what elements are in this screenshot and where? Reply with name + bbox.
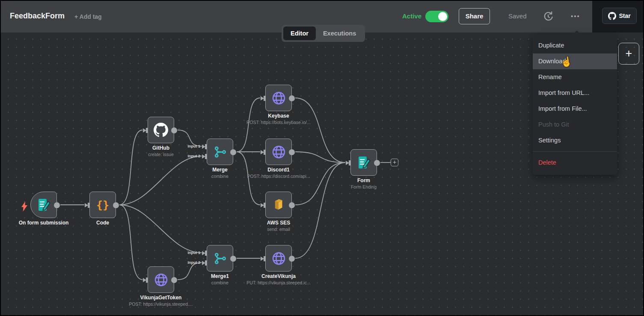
trigger-bolt-icon (21, 201, 27, 213)
node-trigger[interactable]: On form submission (30, 192, 57, 218)
node-label: KeybasePOST: https://bots.keybase.io/... (246, 113, 310, 125)
output-port[interactable] (230, 256, 236, 262)
globe-icon (271, 251, 287, 266)
node-name: VikunjaGetToken (129, 295, 193, 301)
active-toggle[interactable] (425, 11, 448, 22)
globe-icon (271, 90, 287, 106)
input-port[interactable] (261, 256, 266, 261)
node-label: FormForm Ending (351, 177, 377, 189)
add-tag-button[interactable]: + Add tag (74, 13, 102, 20)
output-port[interactable] (289, 256, 295, 262)
add-connected-node-button[interactable]: + (391, 159, 398, 166)
node-name: Merge (211, 167, 229, 173)
input-port-label: Input 2 (170, 260, 200, 265)
menu-item-rename[interactable]: Rename (533, 69, 617, 85)
output-port[interactable] (374, 160, 380, 166)
code-icon: {} (96, 199, 109, 211)
star-label: Star (619, 12, 630, 19)
github-icon (608, 12, 616, 20)
form-icon (356, 155, 371, 170)
lightning-bolt-icon (21, 201, 27, 212)
input-port[interactable]: Input 2 (202, 260, 207, 266)
node-label: AWS SESsend: email (267, 220, 291, 232)
node-name: Code (96, 220, 109, 226)
more-options-icon[interactable]: ••• (568, 9, 583, 23)
input-port[interactable] (261, 96, 266, 101)
node-github[interactable]: GitHubcreate: issue (148, 117, 174, 143)
node-name: CreateVikunja (246, 273, 310, 279)
node-label: GitHubcreate: issue (148, 145, 174, 157)
share-button[interactable]: Share (459, 8, 490, 24)
node-label: Merge1combine (211, 273, 229, 285)
tab-executions[interactable]: Executions (316, 27, 363, 40)
github-icon (154, 123, 168, 137)
node-name: Merge1 (211, 273, 229, 279)
menu-item-push-to-git: Push to Git (533, 117, 617, 133)
tab-editor[interactable]: Editor (283, 27, 316, 40)
view-switcher: Editor Executions (282, 25, 365, 42)
output-port[interactable] (289, 149, 295, 155)
menu-item-import-from-url[interactable]: Import from URL... (533, 85, 617, 101)
output-port[interactable] (289, 202, 295, 208)
menu-item-delete[interactable]: Delete (533, 155, 617, 171)
node-keybase[interactable]: KeybasePOST: https://bots.keybase.io/... (265, 85, 292, 111)
input-port[interactable] (143, 278, 148, 283)
menu-item-duplicate[interactable]: Duplicate (533, 38, 617, 53)
aws-ses-icon (271, 198, 286, 212)
node-code[interactable]: {}Code (89, 192, 116, 218)
node-awsses[interactable]: AWS SESsend: email (265, 192, 292, 218)
node-name: On form submission (19, 220, 69, 226)
input-port[interactable]: Input 1 (202, 251, 207, 256)
node-merge[interactable]: Input 1Input 2Mergecombine (207, 139, 233, 165)
node-label: Discord1POST: https://discord.com/api... (247, 167, 310, 179)
node-subtitle: POST: https://vikunja.steeped.... (129, 301, 193, 307)
workflow-title[interactable]: FeedbackForm (10, 12, 65, 21)
input-port-label: Input 1 (170, 251, 200, 255)
add-node-button[interactable]: + (618, 43, 639, 65)
output-port[interactable] (171, 277, 177, 283)
node-name: Keybase (246, 113, 310, 119)
node-label: CreateVikunjaPUT: https://vikunja.steepe… (246, 273, 310, 285)
input-port[interactable] (346, 160, 351, 165)
history-icon[interactable] (542, 10, 555, 23)
output-port[interactable] (113, 202, 119, 208)
input-port[interactable] (85, 203, 90, 208)
saved-status: Saved (508, 12, 527, 20)
node-name: GitHub (148, 145, 174, 151)
github-star-button[interactable]: Star (602, 8, 637, 24)
output-port[interactable] (289, 95, 295, 101)
node-subtitle: combine (211, 280, 229, 285)
menu-item-settings[interactable]: Settings (533, 133, 617, 148)
node-subtitle: POST: https://bots.keybase.io/... (246, 120, 310, 125)
output-port[interactable] (54, 202, 60, 208)
menu-item-download[interactable]: Download (533, 53, 617, 69)
node-merge1[interactable]: Input 1Input 2Merge1combine (207, 245, 233, 272)
menu-item-import-from-file[interactable]: Import from File... (533, 101, 617, 117)
input-port[interactable] (261, 150, 266, 155)
node-subtitle: POST: https://discord.com/api... (247, 174, 310, 179)
node-subtitle: Form Ending (351, 184, 377, 189)
node-vikunja[interactable]: VikunjaGetTokenPOST: https://vikunja.ste… (148, 266, 174, 293)
node-label: Mergecombine (211, 167, 229, 179)
node-name: AWS SES (267, 220, 291, 226)
node-subtitle: combine (211, 174, 229, 179)
node-createvikunja[interactable]: CreateVikunjaPUT: https://vikunja.steepe… (265, 245, 292, 272)
node-form[interactable]: FormForm Ending (350, 149, 377, 176)
menu-divider (533, 151, 617, 152)
node-label: Code (96, 220, 109, 226)
output-port[interactable] (171, 127, 177, 133)
node-subtitle: PUT: https://vikunja.steeped.ic... (246, 280, 310, 285)
github-widget-area: Star (592, 1, 643, 32)
output-port[interactable] (230, 149, 236, 155)
menu-caret (573, 30, 581, 35)
input-port[interactable] (261, 203, 266, 208)
active-label: Active (402, 12, 421, 20)
globe-icon (271, 144, 287, 160)
input-port[interactable]: Input 2 (202, 154, 207, 159)
input-port[interactable] (143, 128, 148, 133)
node-discord1[interactable]: Discord1POST: https://discord.com/api... (265, 139, 292, 165)
input-port[interactable]: Input 1 (202, 144, 207, 149)
input-port-label: Input 1 (170, 144, 200, 148)
merge-icon (213, 251, 227, 266)
form-icon (36, 197, 51, 213)
